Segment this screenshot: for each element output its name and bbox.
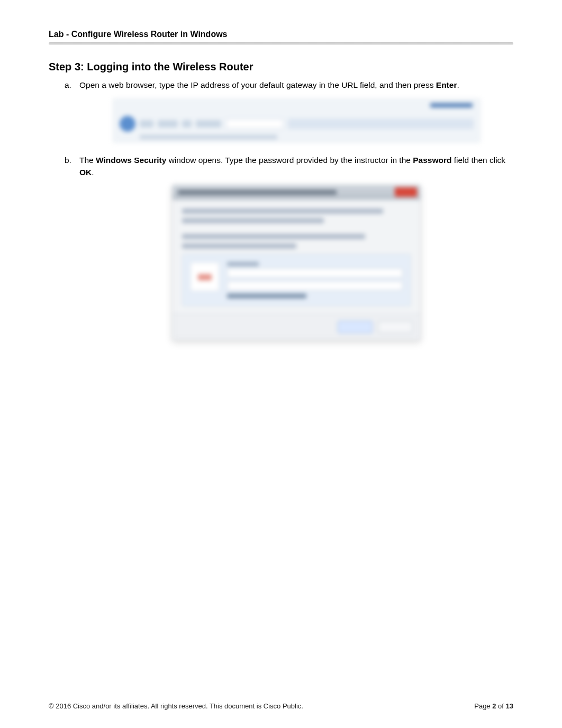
step-item-b: b. The Windows Security window opens. Ty…	[65, 154, 513, 340]
dialog-titlebar	[173, 185, 420, 200]
nav-stop-blur	[182, 120, 192, 128]
browser-home-icon	[120, 116, 135, 132]
footer-page: Page 2 of 13	[474, 702, 513, 710]
username-label-blur	[227, 262, 259, 266]
remember-label-blur	[227, 294, 306, 298]
close-icon	[395, 187, 417, 197]
browser-menu-blur	[430, 103, 473, 107]
browser-status-blur	[140, 135, 277, 139]
toolbar-right-blur	[288, 119, 474, 129]
bold-enter: Enter	[436, 80, 457, 89]
bold-ok: OK	[79, 168, 92, 177]
dialog-text-blur	[182, 234, 365, 239]
figure-browser-bar	[113, 98, 481, 143]
nav-fwd-blur	[158, 120, 178, 128]
text-run: .	[457, 80, 459, 89]
list-marker: a.	[65, 79, 71, 91]
dialog-text-blur	[182, 243, 296, 249]
text-run: Open a web browser, type the IP address …	[79, 80, 436, 89]
cancel-button-blur	[378, 321, 413, 333]
doc-header-title: Lab - Configure Wireless Router in Windo…	[49, 30, 513, 39]
user-avatar-icon	[190, 262, 220, 292]
bold-password: Password	[413, 156, 451, 165]
browser-toolbar-blur	[120, 116, 474, 132]
ok-button-blur	[338, 321, 373, 333]
nav-label-blur	[196, 120, 221, 128]
url-field-blur	[225, 119, 284, 129]
dialog-text-blur	[182, 218, 324, 223]
footer-page-pre: Page	[474, 702, 492, 710]
password-field-blur	[227, 281, 403, 290]
figure-security-dialog	[172, 185, 421, 340]
list-marker: b.	[65, 154, 71, 166]
header-rule	[49, 42, 513, 45]
text-run: window opens. Type the password provided…	[166, 156, 413, 165]
text-run: .	[92, 168, 94, 177]
nav-back-blur	[140, 120, 153, 128]
dialog-button-row	[173, 314, 420, 340]
username-field-blur	[227, 268, 403, 278]
text-run: field then click	[451, 156, 505, 165]
footer-page-of: of	[496, 702, 505, 710]
bold-windows-security: Windows Security	[96, 156, 166, 165]
credentials-panel	[182, 254, 411, 306]
step-item-a: a. Open a web browser, type the IP addre…	[65, 79, 513, 143]
text-run: The	[79, 156, 96, 165]
footer-page-total: 13	[506, 702, 513, 710]
page-footer: © 2016 Cisco and/or its affiliates. All …	[49, 702, 513, 710]
dialog-text-blur	[182, 208, 383, 214]
dialog-title-blur	[178, 190, 337, 195]
step-list: a. Open a web browser, type the IP addre…	[65, 79, 513, 340]
step-heading: Step 3: Logging into the Wireless Router	[49, 61, 513, 73]
footer-copyright: © 2016 Cisco and/or its affiliates. All …	[49, 702, 303, 710]
